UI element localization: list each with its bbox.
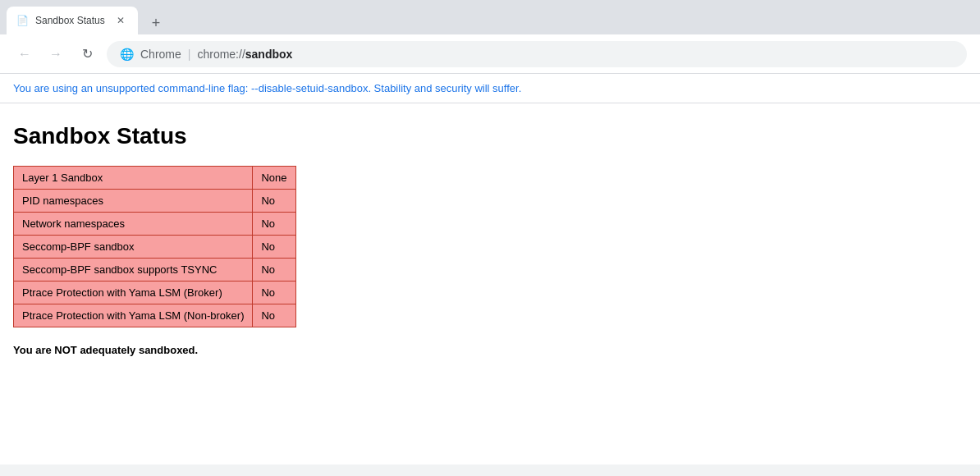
warning-banner: You are using an unsupported command-lin… — [0, 74, 980, 103]
table-cell-value: No — [253, 213, 295, 236]
table-row: Network namespacesNo — [14, 213, 296, 236]
url-path: chrome://sandbox — [197, 48, 292, 61]
url-bar[interactable]: 🌐 Chrome | chrome://sandbox — [107, 41, 967, 67]
table-cell-label: Ptrace Protection with Yama LSM (Broker) — [14, 281, 253, 304]
url-prefix: chrome:// — [197, 48, 245, 61]
sandbox-table: Layer 1 SandboxNonePID namespacesNoNetwo… — [13, 166, 296, 327]
table-cell-label: Network namespaces — [14, 213, 253, 236]
table-cell-value: No — [253, 259, 295, 281]
table-row: Ptrace Protection with Yama LSM (Non-bro… — [14, 304, 296, 327]
browser-window: 📄 Sandbox Status ✕ + ← → ↻ 🌐 Chrome | ch… — [0, 0, 980, 476]
table-cell-value: None — [253, 167, 295, 190]
new-tab-button[interactable]: + — [144, 11, 167, 34]
table-row: Seccomp-BPF sandbox supports TSYNCNo — [14, 259, 296, 281]
sandbox-warning: You are NOT adequately sandboxed. — [13, 344, 967, 356]
page-content: Sandbox Status Layer 1 SandboxNonePID na… — [0, 103, 980, 465]
table-row: PID namespacesNo — [14, 190, 296, 213]
forward-button[interactable]: → — [44, 43, 67, 66]
table-row: Ptrace Protection with Yama LSM (Broker)… — [14, 281, 296, 304]
table-cell-value: No — [253, 190, 295, 213]
address-bar: ← → ↻ 🌐 Chrome | chrome://sandbox — [0, 34, 980, 74]
table-cell-label: Seccomp-BPF sandbox — [14, 236, 253, 259]
browser-tab[interactable]: 📄 Sandbox Status ✕ — [7, 7, 138, 34]
url-bold-path: sandbox — [245, 48, 293, 61]
page-title: Sandbox Status — [13, 123, 967, 149]
warning-text: You are using an unsupported command-lin… — [13, 82, 521, 94]
table-cell-value: No — [253, 236, 295, 259]
table-row: Layer 1 SandboxNone — [14, 167, 296, 190]
url-separator: | — [188, 48, 191, 61]
back-button[interactable]: ← — [13, 43, 36, 66]
table-cell-value: No — [253, 281, 295, 304]
url-origin: Chrome — [140, 48, 181, 61]
globe-icon: 🌐 — [120, 48, 134, 61]
table-row: Seccomp-BPF sandboxNo — [14, 236, 296, 259]
table-cell-label: PID namespaces — [14, 190, 253, 213]
table-cell-label: Layer 1 Sandbox — [14, 167, 253, 190]
table-cell-label: Ptrace Protection with Yama LSM (Non-bro… — [14, 304, 253, 327]
table-cell-value: No — [253, 304, 295, 327]
tab-page-icon: 📄 — [16, 15, 29, 26]
reload-button[interactable]: ↻ — [76, 43, 98, 66]
table-cell-label: Seccomp-BPF sandbox supports TSYNC — [14, 259, 253, 281]
tab-title: Sandbox Status — [35, 15, 107, 26]
tab-bar: 📄 Sandbox Status ✕ + — [0, 0, 980, 34]
tab-close-button[interactable]: ✕ — [113, 13, 128, 28]
